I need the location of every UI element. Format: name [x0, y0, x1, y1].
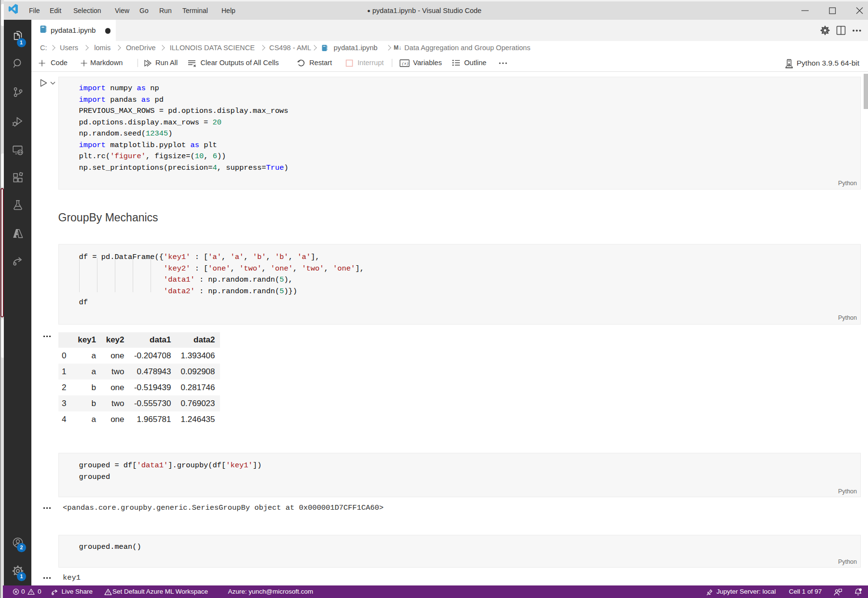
svg-text:(x): (x): [402, 61, 409, 66]
